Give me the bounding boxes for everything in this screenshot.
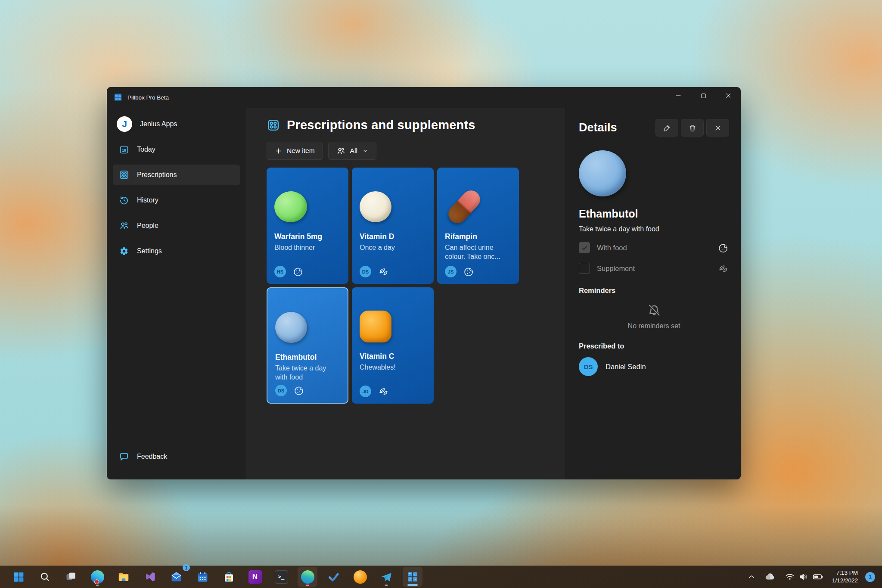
microsoft-store-icon: [223, 571, 235, 583]
reminders-heading: Reminders: [579, 286, 729, 295]
people-icon: [119, 221, 129, 231]
pencil-icon: [663, 124, 671, 132]
details-panel: Details: [565, 108, 741, 479]
medication-card-warfarin[interactable]: Warfarin 5mg Blood thinner HS: [267, 168, 348, 284]
task-view-button[interactable]: [61, 567, 81, 587]
white-pill-image: [360, 191, 391, 222]
taskbar-icons: 1: [9, 567, 422, 587]
window-title: Pillbox Pro Beta: [127, 94, 169, 101]
medication-instructions: Take twice a day with food: [579, 225, 729, 233]
edit-button[interactable]: [655, 119, 678, 137]
running-indicator: [385, 585, 388, 586]
edge-browser-button[interactable]: [87, 567, 107, 587]
tray-time: 7:13 PM: [832, 569, 858, 577]
terminal-button[interactable]: >_: [271, 567, 291, 587]
check-icon: [581, 244, 588, 252]
blue-pill-image-large: [579, 150, 626, 196]
supplement-checkbox-row: Supplement: [579, 262, 729, 274]
search-button[interactable]: [35, 567, 55, 587]
medication-card-vitamin-c[interactable]: Vitamin C Chewables! JD: [352, 287, 434, 404]
medication-card-ethambutol[interactable]: Ethambutol Take twice a day with food DS: [267, 287, 348, 404]
titlebar[interactable]: Pillbox Pro Beta: [107, 87, 741, 108]
onedrive-tray-button[interactable]: [761, 567, 779, 586]
gear-icon: [119, 246, 129, 256]
with-food-checkbox: [579, 242, 590, 253]
sidebar-item-label: Prescriptions: [137, 171, 177, 179]
blue-pill-image: [275, 312, 307, 343]
card-title: Vitamin C: [360, 352, 426, 361]
sidebar-item-jenius-apps[interactable]: J Jenius Apps: [113, 114, 240, 134]
app-window: Pillbox Pro Beta J Jenius Apps: [107, 87, 741, 479]
sidebar: J Jenius Apps 18 Today: [107, 108, 246, 479]
close-window-button[interactable]: [716, 87, 741, 104]
medication-name: Ethambutol: [579, 208, 729, 220]
active-window-indicator: [407, 584, 418, 586]
main-content: Prescriptions and supplements New item A…: [246, 108, 565, 479]
sidebar-item-feedback[interactable]: Feedback: [113, 446, 240, 467]
medication-card-rifampin[interactable]: Rifampin Can affect urine colour. Take o…: [437, 168, 519, 284]
delete-button[interactable]: [681, 119, 704, 137]
history-icon: [119, 195, 129, 205]
microsoft-store-button[interactable]: [219, 567, 239, 587]
edge-profile-badge: [94, 579, 99, 584]
card-title: Vitamin D: [360, 232, 426, 241]
sidebar-item-label: People: [137, 222, 158, 230]
trash-icon: [688, 124, 697, 132]
telegram-button[interactable]: [376, 567, 396, 587]
person-badge: HS: [274, 266, 286, 277]
edge-beta-button[interactable]: [298, 567, 317, 587]
calendar-app-icon: [196, 571, 209, 583]
bell-off-icon: [646, 302, 662, 318]
sidebar-item-today[interactable]: 18 Today: [113, 139, 240, 160]
new-item-button[interactable]: New item: [267, 142, 323, 160]
minimize-icon: [675, 92, 682, 99]
reminders-empty-state: No reminders set: [579, 302, 729, 330]
filter-all-button[interactable]: All: [328, 142, 376, 160]
feedback-icon: [119, 451, 129, 462]
sidebar-item-prescriptions[interactable]: Prescriptions: [113, 165, 240, 185]
prescribed-person: DS Daniel Sedin: [579, 357, 729, 376]
notification-count-badge[interactable]: 1: [865, 572, 875, 582]
person-avatar: DS: [579, 357, 598, 376]
people-icon: [336, 146, 345, 156]
plus-icon: [275, 147, 282, 155]
pillbox-pro-button[interactable]: [403, 567, 422, 587]
pill-grid-icon: [119, 170, 129, 180]
medication-card-vitamin-d[interactable]: Vitamin D Once a day DS: [352, 168, 434, 284]
orange-app-button[interactable]: [350, 567, 370, 587]
leaf-icon: [717, 263, 729, 274]
reminders-empty-text: No reminders set: [628, 322, 680, 330]
window-controls: [666, 87, 741, 104]
file-explorer-button[interactable]: [114, 567, 134, 587]
calendar-app-button[interactable]: [193, 567, 212, 587]
sidebar-item-history[interactable]: History: [113, 190, 240, 211]
network-volume-battery-button[interactable]: [782, 567, 826, 586]
capsule-pill-image: [445, 187, 484, 227]
maximize-icon: [700, 93, 707, 99]
to-do-button[interactable]: [324, 567, 344, 587]
sidebar-item-settings[interactable]: Settings: [113, 241, 240, 261]
sidebar-item-people[interactable]: People: [113, 215, 240, 236]
pillbox-pro-icon: [406, 570, 419, 583]
visual-studio-button[interactable]: [140, 567, 160, 587]
cookie-icon: [293, 385, 305, 396]
sidebar-item-label: Today: [137, 146, 155, 153]
maximize-button[interactable]: [691, 87, 716, 104]
card-title: Rifampin: [445, 232, 511, 241]
running-indicator: [96, 585, 99, 586]
minimize-button[interactable]: [666, 87, 691, 104]
close-details-button[interactable]: [706, 119, 729, 137]
sidebar-item-label: Settings: [137, 247, 162, 255]
page-title: Prescriptions and supplements: [287, 118, 475, 132]
start-button[interactable]: [9, 567, 28, 587]
onenote-button[interactable]: N: [245, 567, 265, 587]
tray-chevron-button[interactable]: [744, 567, 759, 586]
search-icon: [39, 571, 51, 583]
clock-tray-button[interactable]: 7:13 PM 1/12/2022: [829, 567, 861, 586]
orange-gummy-image: [360, 311, 391, 342]
mail-button[interactable]: 1: [166, 567, 186, 587]
visual-studio-icon: [144, 571, 156, 583]
card-title: Warfarin 5mg: [274, 232, 341, 241]
card-subtitle: Can affect urine colour. Take onc...: [445, 243, 511, 261]
leaf-icon: [378, 266, 389, 277]
